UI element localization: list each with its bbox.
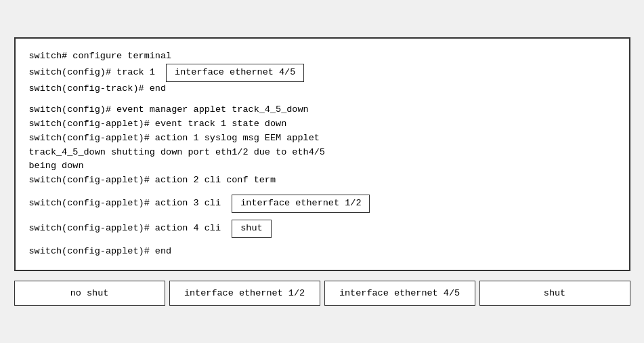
terminal-line: switch# configure terminal xyxy=(29,49,616,64)
inline-command-box: interface ethernet 4/5 xyxy=(166,64,304,82)
bottom-button[interactable]: shut xyxy=(479,281,630,306)
bottom-button[interactable]: interface ethernet 1/2 xyxy=(169,281,320,306)
terminal-line: being down xyxy=(29,159,616,174)
blank-line xyxy=(29,96,616,103)
terminal-prefix: switch(config-applet)# action 4 cli xyxy=(29,222,232,236)
bottom-bar: no shutinterface ethernet 1/2interface e… xyxy=(14,281,630,306)
terminal-prefix: switch(config)# track 1 xyxy=(29,66,167,80)
terminal-line: switch(config-applet)# end xyxy=(29,245,616,259)
terminal-line: switch(config-applet)# event track 1 sta… xyxy=(29,117,616,132)
terminal-line-with-box: switch(config-applet)# action 3 cli inte… xyxy=(29,195,616,213)
terminal-line: switch(config-track)# end xyxy=(29,82,616,96)
bottom-button[interactable]: no shut xyxy=(14,281,165,306)
terminal-prefix: switch(config-applet)# action 3 cli xyxy=(29,197,232,211)
terminal-container: switch# configure terminalswitch(config)… xyxy=(14,37,630,271)
terminal-line-with-box: switch(config)# track 1 interface ethern… xyxy=(29,64,616,82)
terminal-line: switch(config-applet)# action 2 cli conf… xyxy=(29,174,616,188)
terminal-line: track_4_5_down shutting down port eth1/2… xyxy=(29,146,616,160)
terminal-line: switch(config)# event manager applet tra… xyxy=(29,103,616,117)
bottom-button[interactable]: interface ethernet 4/5 xyxy=(324,281,475,306)
blank-line xyxy=(29,213,616,220)
inline-command-box: shut xyxy=(232,220,271,238)
blank-line xyxy=(29,238,616,245)
terminal-line: switch(config-applet)# action 1 syslog m… xyxy=(29,132,616,146)
blank-line xyxy=(29,188,616,195)
terminal-line-with-box: switch(config-applet)# action 4 cli shut xyxy=(29,220,616,238)
inline-command-box: interface ethernet 1/2 xyxy=(232,195,370,213)
